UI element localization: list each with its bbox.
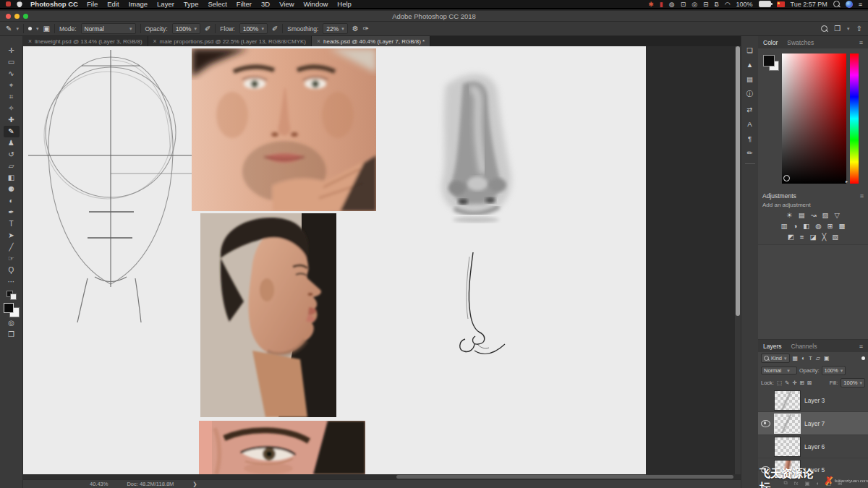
- vertical-scrollbar-thumb[interactable]: [736, 46, 740, 316]
- gradient-tool[interactable]: ◧: [4, 172, 20, 184]
- quick-selection-tool[interactable]: ⌖: [4, 80, 20, 91]
- screen-mode-button[interactable]: ❐: [4, 329, 20, 341]
- layer-thumbnail[interactable]: [774, 414, 801, 434]
- histogram-icon[interactable]: ▲: [744, 61, 756, 69]
- adjustment-icon[interactable]: ▥: [781, 222, 788, 230]
- healing-brush-tool[interactable]: ✚: [4, 114, 20, 126]
- layer-filter-icon[interactable]: ▱: [816, 355, 820, 361]
- layer-filter-icon[interactable]: ◐: [801, 355, 805, 361]
- menu-filter[interactable]: Filter: [237, 0, 252, 8]
- brush-preset-caret-icon[interactable]: ▾: [16, 26, 19, 32]
- navigator-icon[interactable]: ▤: [744, 75, 756, 83]
- layer-filter-icon[interactable]: T: [809, 355, 812, 361]
- document-tab[interactable]: ×heads.psd @ 40.4% (Layer 7, RGB/8) *: [312, 36, 430, 46]
- workspace-caret-icon[interactable]: ▾: [847, 26, 850, 32]
- blend-mode-dropdown[interactable]: Normal ▾: [81, 23, 136, 34]
- foreground-background-swatch[interactable]: [4, 303, 20, 317]
- canvas-area[interactable]: [23, 46, 741, 474]
- brush-settings-icon[interactable]: ✏: [744, 149, 756, 157]
- brush-tool-preset-icon[interactable]: ✎: [6, 25, 12, 33]
- menu-type[interactable]: Type: [184, 0, 199, 8]
- pen-tool[interactable]: ✒: [4, 207, 20, 218]
- wifi-icon[interactable]: ◠: [725, 1, 731, 8]
- adjustments-menu-icon[interactable]: ≡: [860, 192, 864, 200]
- ps-search-icon[interactable]: [821, 25, 827, 32]
- horizontal-scrollbar-thumb[interactable]: [396, 475, 733, 479]
- crop-tool[interactable]: ⌗: [4, 91, 20, 103]
- layer-row[interactable]: Layer 7: [758, 412, 868, 435]
- eraser-tool[interactable]: ▱: [4, 160, 20, 172]
- color-panel-fg-swatch[interactable]: [763, 55, 775, 67]
- foreground-color-swatch[interactable]: [4, 303, 14, 313]
- menu-app-name[interactable]: Photoshop CC: [30, 0, 78, 8]
- size-pressure-icon[interactable]: ✑: [363, 25, 369, 33]
- smoothing-dropdown[interactable]: 22% ▾: [323, 23, 348, 34]
- app-badge-icon[interactable]: ✱: [648, 1, 654, 8]
- menu-view[interactable]: View: [279, 0, 294, 8]
- adjustment-icon[interactable]: ╳: [822, 233, 826, 241]
- lasso-tool[interactable]: ∿: [4, 68, 20, 80]
- tab-close-icon[interactable]: ×: [317, 38, 320, 45]
- menu-window[interactable]: Window: [304, 0, 328, 8]
- battery-icon[interactable]: [759, 1, 771, 7]
- layer-filter-icon[interactable]: ▦: [793, 355, 799, 361]
- spotlight-icon[interactable]: [833, 1, 840, 7]
- display-icon[interactable]: ⊡: [681, 1, 686, 8]
- adjustment-icon[interactable]: ◍: [815, 222, 821, 230]
- paragraph-icon[interactable]: ¶: [744, 134, 756, 142]
- adjustment-icon[interactable]: ◧: [803, 222, 809, 230]
- filter-toggle-icon[interactable]: [861, 356, 865, 360]
- document-canvas[interactable]: [23, 46, 646, 474]
- doc-size-readout[interactable]: Doc: 48.2M/118.8M: [127, 481, 174, 487]
- layer-row[interactable]: Layer 3: [758, 389, 868, 412]
- marquee-tool[interactable]: ▭: [4, 56, 20, 68]
- layer-name[interactable]: Layer 3: [804, 397, 825, 404]
- workspace-switcher-icon[interactable]: ❐: [834, 25, 841, 33]
- quick-mask-button[interactable]: ◎: [4, 317, 20, 329]
- tab-channels[interactable]: Channels: [791, 343, 817, 350]
- menu-edit[interactable]: Edit: [107, 0, 119, 8]
- eye-icon[interactable]: [761, 420, 770, 427]
- opacity-pressure-icon[interactable]: ✐: [205, 25, 210, 33]
- adjustment-icon[interactable]: ↝: [811, 211, 817, 219]
- zoom-level-field[interactable]: 40.43%: [90, 481, 108, 487]
- layer-filter-icon[interactable]: ▣: [824, 355, 830, 361]
- adjustment-icon[interactable]: ◪: [809, 233, 816, 241]
- eyedropper-tool[interactable]: ✧: [4, 103, 20, 114]
- adjustment-icon[interactable]: ◩: [788, 233, 794, 241]
- layer-row[interactable]: Layer 6: [758, 435, 868, 458]
- menu-3d[interactable]: 3D: [261, 0, 270, 8]
- volume-icon[interactable]: ◍: [669, 1, 675, 8]
- adjustment-icon[interactable]: ⊞: [827, 222, 833, 230]
- document-tab[interactable]: ×lineweight.psd @ 13.4% (Layer 3, RGB/8): [23, 36, 148, 46]
- color-picker-circle[interactable]: [783, 175, 790, 181]
- layer-opacity-dropdown[interactable]: 100% ▾: [822, 366, 846, 375]
- line-tool[interactable]: ╱: [4, 241, 20, 253]
- brush-tip-caret-icon[interactable]: ▾: [36, 26, 39, 32]
- adjustment-icon[interactable]: ▧: [832, 233, 838, 241]
- brush-tool[interactable]: ✎: [4, 126, 20, 137]
- clone-stamp-tool[interactable]: ♟: [4, 137, 20, 149]
- smoothing-gear-icon[interactable]: ⚙: [352, 25, 359, 33]
- apple-menu-icon[interactable]: [16, 0, 23, 8]
- tab-close-icon[interactable]: ×: [28, 38, 32, 45]
- menu-select[interactable]: Select: [208, 0, 226, 8]
- path-selection-tool[interactable]: ➤: [4, 230, 20, 241]
- swap-colors-icon[interactable]: [7, 291, 17, 299]
- layer-thumbnail[interactable]: [774, 437, 801, 457]
- lock-icon[interactable]: ✎: [785, 380, 789, 386]
- share-icon[interactable]: ⇧: [856, 25, 862, 33]
- lock-icon[interactable]: ⊠: [807, 380, 812, 386]
- adjustment-icon[interactable]: ◑: [793, 222, 798, 230]
- brush-settings-toggle-icon[interactable]: ▣: [43, 25, 49, 33]
- saturation-field[interactable]: [782, 53, 846, 184]
- siri-icon[interactable]: [846, 1, 853, 8]
- adjustment-icon[interactable]: ▽: [835, 211, 840, 219]
- menu-file[interactable]: File: [87, 0, 98, 8]
- menu-image[interactable]: Image: [129, 0, 148, 8]
- tab-close-icon[interactable]: ×: [153, 38, 157, 45]
- adjustment-icon[interactable]: ▤: [799, 211, 805, 219]
- adjustment-icon[interactable]: ≡: [800, 233, 804, 241]
- lock-icon[interactable]: ⊞: [800, 380, 804, 386]
- notification-center-icon[interactable]: ≡: [859, 1, 862, 8]
